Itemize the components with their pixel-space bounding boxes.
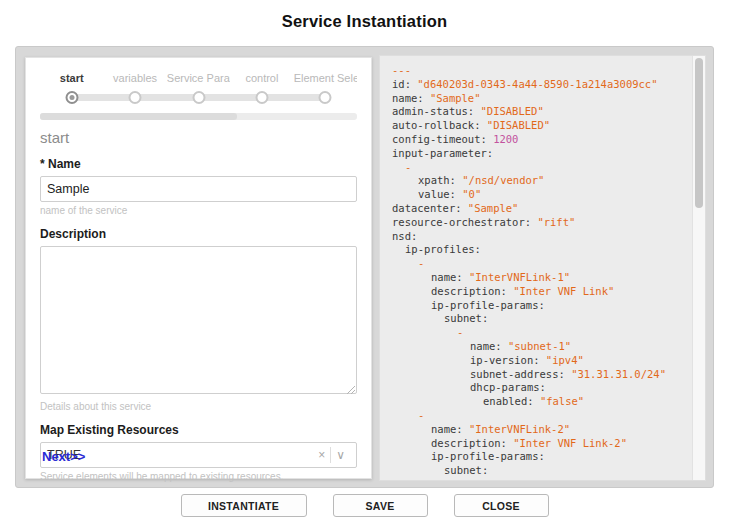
map-resources-helper: Service elements will be mapped to exist…: [40, 471, 357, 482]
code-line: dhcp-params:: [392, 381, 692, 395]
code-line: auto-rollback: "DISABLED": [392, 119, 692, 133]
code-line: enabled: "false": [392, 395, 692, 409]
code-line: config-timeout: 1200: [392, 133, 692, 147]
step-label-control[interactable]: control: [230, 72, 293, 84]
step-circle-control[interactable]: [255, 91, 268, 104]
code-line: subnet:: [392, 464, 692, 478]
code-line: datacenter: "Sample": [392, 202, 692, 216]
code-line: name: "InterVNFLink-2": [392, 423, 692, 437]
code-lines: ---id: "d640203d-0343-4a44-8590-1a214a30…: [380, 56, 692, 480]
clear-icon[interactable]: ×: [313, 448, 330, 462]
close-button[interactable]: CLOSE: [454, 494, 549, 517]
wizard-step-labels: start variables Service Params control E…: [40, 72, 357, 84]
name-field-label: * Name: [40, 157, 357, 171]
wizard-section-title: start: [40, 129, 357, 146]
map-resources-label: Map Existing Resources: [40, 423, 357, 437]
wizard-stepper: [40, 90, 357, 106]
code-line: admin-status: "DISABLED": [392, 105, 692, 119]
wizard-card: start variables Service Params control E…: [25, 57, 372, 479]
code-line: name: "InterVNFLink-1": [392, 271, 692, 285]
code-line: xpath: "/nsd/vendor": [392, 174, 692, 188]
step-circle-start[interactable]: [65, 91, 78, 104]
code-line: nsd:: [392, 230, 692, 244]
description-field-label: Description: [40, 227, 357, 241]
code-line: resource-orchestrator: "rift": [392, 216, 692, 230]
code-line: ip-profile-params:: [392, 299, 692, 313]
code-line: id: "d640203d-0343-4a44-8590-1a214a3009c…: [392, 78, 692, 92]
footer-actions: INSTANTIATE SAVE CLOSE: [0, 494, 729, 517]
step-label-variables[interactable]: variables: [103, 72, 166, 84]
yaml-preview-panel: ---id: "d640203d-0343-4a44-8590-1a214a30…: [379, 55, 706, 481]
step-label-service-params[interactable]: Service Params: [167, 72, 230, 84]
next-link[interactable]: Next>>: [42, 449, 85, 464]
code-line: subnet-address: "31.31.31.0/24": [392, 368, 692, 382]
code-line: name: "subnet-1": [392, 340, 692, 354]
code-line: input-parameter:: [392, 147, 692, 161]
stepper-scrollbar-thumb[interactable]: [40, 113, 237, 120]
code-line: ---: [392, 64, 692, 78]
code-line: name: "Sample": [392, 92, 692, 106]
instantiate-button[interactable]: INSTANTIATE: [181, 494, 307, 517]
name-input[interactable]: [40, 176, 357, 202]
page-title: Service Instantiation: [0, 12, 729, 31]
description-field-wrap: [40, 246, 357, 398]
step-circle-service-params[interactable]: [192, 91, 205, 104]
code-line: ip-profiles:: [392, 243, 692, 257]
save-button[interactable]: SAVE: [333, 494, 428, 517]
code-line: description: "Inter VNF Link": [392, 285, 692, 299]
stepper-horizontal-scrollbar[interactable]: [40, 113, 357, 120]
code-line: -: [392, 257, 692, 271]
code-scrollbar-thumb[interactable]: [695, 58, 703, 208]
step-circle-variables[interactable]: [129, 91, 142, 104]
step-label-start[interactable]: start: [40, 72, 103, 84]
code-line: -: [392, 326, 692, 340]
map-resources-value: TRUE: [47, 448, 313, 462]
code-panel-scrollbar[interactable]: [692, 56, 705, 480]
map-resources-select[interactable]: TRUE × ∨: [40, 442, 357, 468]
description-textarea[interactable]: [40, 246, 357, 394]
code-line: -: [392, 409, 692, 423]
step-label-element-selection[interactable]: Element Selecti...: [294, 72, 357, 84]
code-line: description: "Inter VNF Link-2": [392, 437, 692, 451]
code-line: subnet:: [392, 312, 692, 326]
code-line: value: "0": [392, 188, 692, 202]
code-line: -: [392, 161, 692, 175]
description-field-helper: Details about this service: [40, 401, 357, 412]
code-line: ip-version: "ipv4": [392, 354, 692, 368]
service-instantiation-dialog: start variables Service Params control E…: [15, 46, 714, 488]
step-circle-element-selection[interactable]: [319, 91, 332, 104]
chevron-down-icon[interactable]: ∨: [331, 448, 350, 462]
code-line: ip-profile-params:: [392, 450, 692, 464]
name-field-helper: name of the service: [40, 205, 357, 216]
